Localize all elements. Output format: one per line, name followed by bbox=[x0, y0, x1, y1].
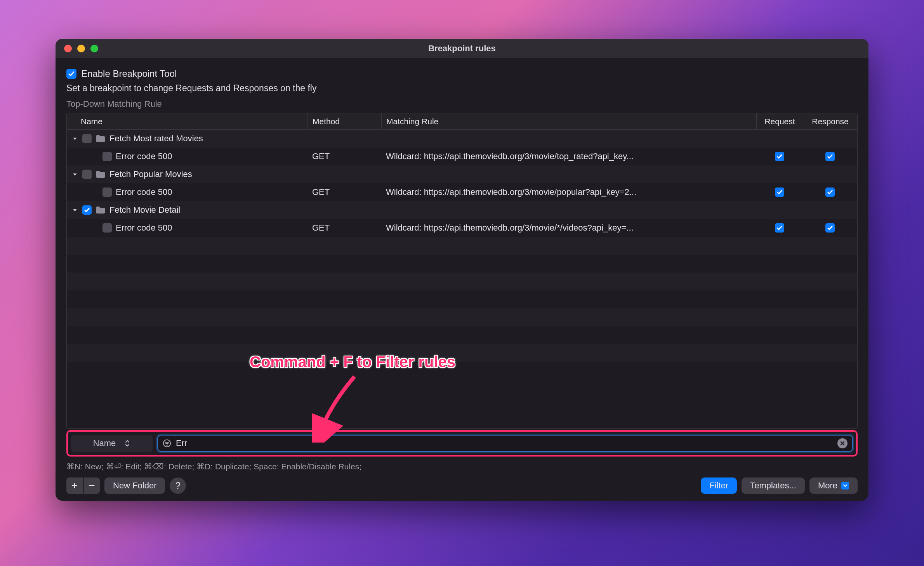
filter-field-selector[interactable]: Name bbox=[71, 435, 153, 452]
enable-row: Enable Breakpoint Tool bbox=[66, 68, 858, 79]
response-cell bbox=[803, 183, 857, 201]
filter-field-label: Name bbox=[93, 438, 116, 448]
group-row[interactable]: Fetch Movie Detail bbox=[67, 201, 857, 219]
filter-input[interactable]: Err bbox=[157, 435, 853, 452]
matching-rule-cell bbox=[381, 201, 756, 219]
group-enable-checkbox[interactable] bbox=[82, 170, 92, 179]
group-enable-checkbox[interactable] bbox=[82, 205, 92, 215]
request-cell bbox=[756, 130, 803, 148]
keyboard-shortcuts-hint: ⌘N: New; ⌘⏎: Edit; ⌘⌫: Delete; ⌘D: Dupli… bbox=[66, 462, 858, 471]
group-label: Fetch Movie Detail bbox=[109, 205, 180, 215]
rules-table: Name Method Matching Rule Request Respon… bbox=[66, 113, 858, 429]
bottom-toolbar: + − New Folder ? Filter Templates... Mor… bbox=[66, 477, 858, 494]
request-cell bbox=[756, 201, 803, 219]
table-header: Name Method Matching Rule Request Respon… bbox=[67, 113, 857, 130]
request-checkbox[interactable] bbox=[775, 152, 784, 161]
response-cell bbox=[803, 201, 857, 219]
table-body: Fetch Most rated MoviesError code 500GET… bbox=[67, 130, 857, 428]
matching-rule-cell: Wildcard: https://api.themoviedb.org/3/m… bbox=[381, 148, 756, 165]
response-checkbox[interactable] bbox=[825, 223, 835, 233]
group-label: Fetch Popular Movies bbox=[109, 169, 192, 179]
filter-bar-highlight: Name Err bbox=[66, 430, 858, 457]
rule-enable-checkbox[interactable] bbox=[102, 223, 112, 233]
folder-icon bbox=[96, 134, 106, 143]
request-cell bbox=[756, 183, 803, 201]
subtitle: Set a breakpoint to change Requests and … bbox=[66, 83, 858, 94]
method-cell: GET bbox=[307, 219, 381, 237]
content-area: Enable Breakpoint Tool Set a breakpoint … bbox=[56, 58, 868, 501]
templates-button[interactable]: Templates... bbox=[742, 477, 805, 494]
folder-icon bbox=[96, 170, 106, 179]
breakpoint-rules-window: Breakpoint rules Enable Breakpoint Tool … bbox=[56, 39, 868, 501]
filter-icon bbox=[163, 439, 171, 448]
response-cell bbox=[803, 148, 857, 165]
rule-row[interactable]: Error code 500GETWildcard: https://api.t… bbox=[67, 219, 857, 237]
request-checkbox[interactable] bbox=[775, 188, 784, 197]
enable-breakpoint-label: Enable Breakpoint Tool bbox=[81, 68, 177, 79]
rule-enable-checkbox[interactable] bbox=[102, 152, 112, 161]
request-checkbox[interactable] bbox=[775, 223, 784, 233]
group-row[interactable]: Fetch Most rated Movies bbox=[67, 130, 857, 148]
matching-rule-cell bbox=[381, 130, 756, 148]
remove-rule-button[interactable]: − bbox=[83, 477, 100, 494]
disclosure-triangle-icon[interactable] bbox=[71, 135, 78, 142]
matching-rule-header: Top-Down Matching Rule bbox=[66, 99, 858, 109]
response-checkbox[interactable] bbox=[825, 152, 835, 161]
group-enable-checkbox[interactable] bbox=[82, 134, 92, 143]
enable-breakpoint-checkbox[interactable] bbox=[66, 69, 76, 79]
request-cell bbox=[756, 165, 803, 183]
method-cell bbox=[307, 165, 381, 183]
column-matching-rule[interactable]: Matching Rule bbox=[381, 113, 756, 129]
column-request[interactable]: Request bbox=[756, 113, 803, 129]
clear-filter-button[interactable] bbox=[837, 438, 848, 448]
help-button[interactable]: ? bbox=[170, 477, 186, 494]
column-response[interactable]: Response bbox=[803, 113, 857, 129]
chevron-down-icon bbox=[841, 482, 849, 490]
response-checkbox[interactable] bbox=[825, 188, 835, 197]
response-cell bbox=[803, 130, 857, 148]
method-cell: GET bbox=[307, 183, 381, 201]
response-cell bbox=[803, 165, 857, 183]
window-title: Breakpoint rules bbox=[56, 43, 868, 54]
method-cell bbox=[307, 201, 381, 219]
request-cell bbox=[756, 219, 803, 237]
matching-rule-cell: Wildcard: https://api.themoviedb.org/3/m… bbox=[381, 219, 756, 237]
titlebar: Breakpoint rules bbox=[56, 39, 868, 58]
filter-button[interactable]: Filter bbox=[701, 477, 737, 494]
rule-row[interactable]: Error code 500GETWildcard: https://api.t… bbox=[67, 148, 857, 165]
new-folder-button[interactable]: New Folder bbox=[104, 477, 165, 494]
matching-rule-cell: Wildcard: https://api.themoviedb.org/3/m… bbox=[381, 183, 756, 201]
group-row[interactable]: Fetch Popular Movies bbox=[67, 165, 857, 183]
request-cell bbox=[756, 148, 803, 165]
method-cell bbox=[307, 130, 381, 148]
more-button[interactable]: More bbox=[809, 477, 858, 494]
disclosure-triangle-icon[interactable] bbox=[71, 207, 78, 214]
rule-label: Error code 500 bbox=[116, 187, 172, 197]
disclosure-triangle-icon[interactable] bbox=[71, 171, 78, 178]
rule-row[interactable]: Error code 500GETWildcard: https://api.t… bbox=[67, 183, 857, 201]
folder-icon bbox=[96, 206, 106, 214]
rule-label: Error code 500 bbox=[116, 151, 172, 161]
response-cell bbox=[803, 219, 857, 237]
method-cell: GET bbox=[307, 148, 381, 165]
rule-enable-checkbox[interactable] bbox=[102, 188, 112, 197]
group-label: Fetch Most rated Movies bbox=[109, 134, 203, 144]
matching-rule-cell bbox=[381, 165, 756, 183]
column-name[interactable]: Name bbox=[67, 113, 307, 129]
column-method[interactable]: Method bbox=[307, 113, 381, 129]
add-rule-button[interactable]: + bbox=[66, 477, 83, 494]
filter-value: Err bbox=[176, 438, 833, 448]
rule-label: Error code 500 bbox=[116, 223, 172, 233]
